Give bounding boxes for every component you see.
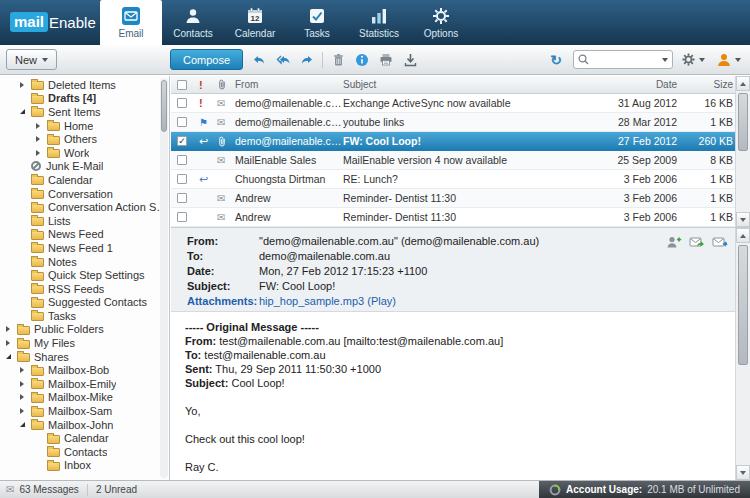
message-row[interactable]: ✉ Andrew Reminder- Dentist 11:30 3 Feb 2… <box>171 208 750 227</box>
tab-email[interactable]: Email <box>100 0 162 45</box>
reply-all-button[interactable] <box>271 49 295 71</box>
select-all-checkbox[interactable] <box>177 80 187 90</box>
expand-arrow-icon[interactable] <box>20 379 31 389</box>
row-checkbox[interactable] <box>177 98 187 108</box>
print-button[interactable] <box>374 49 398 71</box>
message-row[interactable]: ! ✉ demo@mailenable.com.au Exchange Acti… <box>171 94 750 113</box>
search-input[interactable] <box>592 54 659 66</box>
sidebar-item-deleted-items[interactable]: Deleted Items <box>0 78 169 92</box>
expand-arrow-icon[interactable] <box>20 392 31 402</box>
forward-button[interactable] <box>295 49 319 71</box>
sidebar-item-public-folders[interactable]: Public Folders <box>0 323 169 337</box>
sidebar-item-drafts[interactable]: Drafts [4] <box>0 92 169 106</box>
preview-scrollbar[interactable] <box>735 228 750 480</box>
collapse-arrow-icon[interactable] <box>20 420 31 430</box>
sidebar-item-quick-step-settings[interactable]: Quick Step Settings <box>0 268 169 282</box>
scrollbar-thumb[interactable] <box>161 80 167 132</box>
add-sender-to-contacts-button[interactable] <box>665 234 682 250</box>
sidebar-item-home[interactable]: Home <box>0 119 169 133</box>
sidebar-item-john-contacts[interactable]: Contacts <box>0 445 169 459</box>
expand-arrow-icon[interactable] <box>20 406 31 416</box>
sidebar-item-junk-email[interactable]: Junk E-Mail <box>0 160 169 174</box>
sidebar-item-mailbox-emily[interactable]: Mailbox-Emily <box>0 377 169 391</box>
sidebar-item-mailbox-sam[interactable]: Mailbox-Sam <box>0 404 169 418</box>
row-checkbox-checked[interactable] <box>177 136 187 146</box>
tab-tasks[interactable]: Tasks <box>286 0 348 45</box>
forward-message-button[interactable] <box>711 234 728 250</box>
refresh-button[interactable]: ↻ <box>544 49 568 71</box>
expand-arrow-icon[interactable] <box>6 338 17 348</box>
expand-arrow-icon[interactable] <box>36 134 47 144</box>
message-row[interactable]: ↩ Chuongsta Dirtman RE: Lunch? 3 Feb 200… <box>171 170 750 189</box>
sidebar-item-my-files[interactable]: My Files <box>0 336 169 350</box>
row-checkbox[interactable] <box>177 174 187 184</box>
collapse-arrow-icon[interactable] <box>20 107 31 117</box>
folder-icon <box>31 176 44 185</box>
attachment-column-icon[interactable] <box>217 79 227 90</box>
sidebar-item-news-feed-1[interactable]: News Feed 1 <box>0 241 169 255</box>
sidebar-item-mailbox-john[interactable]: Mailbox-John <box>0 418 169 432</box>
sidebar-item-conversation-action-settings[interactable]: Conversation Action Settings <box>0 200 169 214</box>
expand-arrow-icon[interactable] <box>20 80 31 90</box>
sidebar-item-john-calendar[interactable]: Calendar <box>0 431 169 445</box>
collapse-arrow-icon[interactable] <box>6 352 17 362</box>
sidebar-scrollbar[interactable] <box>160 78 168 478</box>
tab-calendar[interactable]: 12 Calendar <box>224 0 286 45</box>
sidebar-item-notes[interactable]: Notes <box>0 255 169 269</box>
scroll-up-button[interactable] <box>736 76 750 91</box>
scroll-up-button[interactable] <box>736 228 750 243</box>
search-scope-chevron-icon[interactable] <box>662 58 668 62</box>
reply-to-message-button[interactable] <box>688 234 705 250</box>
info-button[interactable] <box>350 49 374 71</box>
sidebar-item-mailbox-mike[interactable]: Mailbox-Mike <box>0 391 169 405</box>
expand-arrow-icon[interactable] <box>6 324 17 334</box>
delete-button[interactable] <box>326 49 350 71</box>
sidebar-item-others[interactable]: Others <box>0 132 169 146</box>
tab-statistics[interactable]: Statistics <box>348 0 410 45</box>
sidebar-item-calendar[interactable]: Calendar <box>0 173 169 187</box>
scrollbar-thumb[interactable] <box>738 93 748 151</box>
row-checkbox[interactable] <box>177 155 187 165</box>
sidebar-item-john-inbox[interactable]: Inbox <box>0 459 169 473</box>
tab-contacts[interactable]: Contacts <box>162 0 224 45</box>
row-checkbox[interactable] <box>177 193 187 203</box>
sidebar-item-shares[interactable]: Shares <box>0 350 169 364</box>
message-row[interactable]: ⚑ ✉ demo@mailenable.com.au youtube links… <box>171 113 750 132</box>
message-row[interactable]: ✉ Andrew Reminder- Dentist 11:30 3 Feb 2… <box>171 189 750 208</box>
column-header-subject[interactable]: Subject <box>343 79 611 90</box>
sidebar-item-news-feed[interactable]: News Feed <box>0 228 169 242</box>
sidebar-item-conversation[interactable]: Conversation <box>0 187 169 201</box>
attachment-link[interactable]: hip_hop_sample.mp3 (Play) <box>259 294 396 309</box>
scrollbar-thumb[interactable] <box>738 245 748 365</box>
sidebar-item-mailbox-bob[interactable]: Mailbox-Bob <box>0 363 169 377</box>
column-header-size[interactable]: Size <box>689 79 735 90</box>
sidebar-item-label: Junk E-Mail <box>46 160 103 172</box>
scroll-down-button[interactable] <box>736 465 750 480</box>
import-button[interactable] <box>398 49 422 71</box>
sidebar-item-rss-feeds[interactable]: RSS Feeds <box>0 282 169 296</box>
sidebar-item-tasks[interactable]: Tasks <box>0 309 169 323</box>
sidebar-item-work[interactable]: Work <box>0 146 169 160</box>
message-list-scrollbar[interactable] <box>735 76 750 227</box>
scroll-down-button[interactable] <box>736 212 750 227</box>
message-row-selected[interactable]: ↩ demo@mailenable.com.au FW: Cool Loop! … <box>171 132 750 151</box>
column-header-from[interactable]: From <box>235 79 343 90</box>
tab-options[interactable]: Options <box>410 0 472 45</box>
expand-arrow-icon[interactable] <box>36 148 47 158</box>
settings-menu-button[interactable] <box>678 50 708 69</box>
row-checkbox[interactable] <box>177 212 187 222</box>
expand-arrow-icon[interactable] <box>20 365 31 375</box>
sidebar-item-suggested-contacts[interactable]: Suggested Contacts <box>0 296 169 310</box>
expand-arrow-icon[interactable] <box>36 121 47 131</box>
reply-button[interactable] <box>247 49 271 71</box>
priority-column-icon[interactable]: ! <box>199 79 203 91</box>
sidebar-item-lists[interactable]: Lists <box>0 214 169 228</box>
sidebar-item-sent-items[interactable]: Sent Items <box>0 105 169 119</box>
message-row[interactable]: ✉ MailEnable Sales MailEnable version 4 … <box>171 151 750 170</box>
column-header-date[interactable]: Date <box>611 79 689 90</box>
user-menu-button[interactable] <box>713 50 744 70</box>
row-checkbox[interactable] <box>177 117 187 127</box>
new-button[interactable]: New <box>6 49 57 70</box>
compose-button[interactable]: Compose <box>170 49 243 70</box>
message-subject: Reminder- Dentist 11:30 <box>343 211 611 223</box>
